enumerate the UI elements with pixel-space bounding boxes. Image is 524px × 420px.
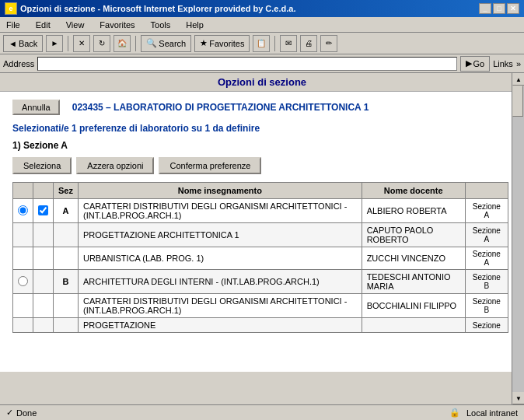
table-row: URBANISTICA (LAB. PROG. 1) ZUCCHI VINCEN…	[13, 247, 508, 270]
annulla-row: Annulla 023435 – LABORATORIO DI PROGETTA…	[12, 100, 508, 115]
address-label: Address	[3, 59, 34, 68]
minimize-button[interactable]: _	[479, 3, 491, 14]
sezione-badge-4: Sezione B	[465, 270, 508, 294]
insegnamento-cell-5: CARATTERI DISTRIBUTIVI DEGLI ORGANISMI A…	[78, 294, 362, 318]
statusbar-right: 🔒 Local intranet	[449, 408, 518, 418]
docente-cell-3: ZUCCHI VINCENZO	[362, 247, 465, 270]
go-button[interactable]: ▶ Go	[460, 56, 491, 72]
back-label: Back	[19, 39, 37, 48]
refresh-button[interactable]: ↻	[93, 35, 110, 52]
mail-button[interactable]: ✉	[280, 35, 297, 52]
lock-icon: 🔒	[449, 408, 460, 418]
radio-cell-5	[13, 294, 33, 318]
main-window: e Opzioni di sezione - Microsoft Interne…	[0, 0, 524, 420]
sez-cell-6	[54, 318, 79, 333]
page-header: Opzioni di sezione	[0, 73, 524, 92]
menubar: File Edit View Favorites Tools Help	[0, 17, 524, 33]
conferma-button[interactable]: Conferma preferenze	[159, 157, 261, 174]
zone-text: Local intranet	[466, 408, 518, 418]
table-row: PROGETTAZIONE Sezione	[13, 318, 508, 333]
back-button[interactable]: ◄ Back	[3, 35, 43, 52]
toolbar-separator2	[135, 36, 136, 51]
col-header-nome-docente: Nome docente	[362, 183, 465, 199]
table-row: PROGETTAZIONE ARCHITETTONICA 1 CAPUTO PA…	[13, 223, 508, 247]
insegnamento-cell-6: PROGETTAZIONE	[78, 318, 362, 333]
insegnamento-cell-4: ARCHITETTURA DEGLI INTERNI - (INT.LAB.PR…	[78, 270, 362, 294]
radio-cell-4	[13, 270, 33, 294]
sezione-badge-3: Sezione A	[465, 247, 508, 270]
docente-cell-6	[362, 318, 465, 333]
maximize-button[interactable]: □	[493, 3, 505, 14]
checkbox-cell-4	[33, 270, 54, 294]
close-button[interactable]: ✕	[507, 3, 519, 14]
sez-cell-3	[54, 247, 79, 270]
favorites-label: Favorites	[209, 39, 244, 48]
annulla-button[interactable]: Annulla	[12, 100, 60, 115]
toolbar-separator3	[274, 36, 275, 51]
content-area: Annulla 023435 – LABORATORIO DI PROGETTA…	[0, 92, 524, 372]
radio-cell-2	[13, 223, 33, 247]
seleziona-button[interactable]: Seleziona	[12, 157, 72, 174]
links-chevron-icon: »	[516, 59, 521, 68]
window-title: Opzioni di sezione - Microsoft Internet …	[20, 4, 296, 13]
checkbox-A[interactable]	[38, 205, 48, 215]
docente-cell-4: TEDESCHI ANTONIO MARIA	[362, 270, 465, 294]
search-button[interactable]: 🔍 Search	[141, 35, 191, 52]
history-button[interactable]: 📋	[253, 35, 270, 52]
menu-view[interactable]: View	[63, 19, 88, 30]
links-label: Links	[493, 59, 513, 68]
action-buttons: Seleziona Azzera opzioni Conferma prefer…	[12, 157, 508, 174]
docente-cell-5: BOCCHIALINI FILIPPO	[362, 294, 465, 318]
search-label: Search	[159, 39, 186, 48]
ie-icon: e	[5, 2, 17, 15]
scroll-thumb[interactable]	[512, 86, 523, 117]
favorites-icon: ★	[200, 38, 208, 48]
insegnamento-cell-3: URBANISTICA (LAB. PROG. 1)	[78, 247, 362, 270]
azzera-button[interactable]: Azzera opzioni	[76, 157, 154, 174]
page-header-title: Opzioni di sezione	[218, 76, 306, 88]
radio-cell-3	[13, 247, 33, 270]
course-name: LABORATORIO DI PROGETTAZIONE ARCHITETTON…	[114, 102, 369, 113]
checkbox-cell-1	[33, 199, 54, 223]
radio-B[interactable]	[18, 276, 28, 286]
menu-tools[interactable]: Tools	[148, 19, 174, 30]
favorites-button[interactable]: ★ Favorites	[194, 35, 250, 52]
home-button[interactable]: 🏠	[114, 35, 131, 52]
section-label: 1) Sezione A	[12, 140, 508, 151]
checkbox-cell-5	[33, 294, 54, 318]
sezione-badge-2: Sezione A	[465, 223, 508, 247]
menu-edit[interactable]: Edit	[33, 19, 54, 30]
radio-cell-6	[13, 318, 33, 333]
address-input[interactable]	[37, 57, 456, 71]
radio-cell-1	[13, 199, 33, 223]
print-button[interactable]: 🖨	[300, 35, 317, 52]
menu-favorites[interactable]: Favorites	[96, 19, 138, 30]
edit-button[interactable]: ✏	[320, 35, 337, 52]
scroll-up-button[interactable]: ▲	[512, 73, 524, 86]
stop-button[interactable]: ✕	[73, 35, 90, 52]
checkbox-cell-2	[33, 223, 54, 247]
sez-cell-4: B	[54, 270, 79, 294]
scroll-down-button[interactable]: ▼	[512, 392, 524, 404]
status-icon: ✓	[6, 408, 13, 418]
sez-cell-1: A	[54, 199, 79, 223]
menu-file[interactable]: File	[3, 19, 23, 30]
sezione-badge-5: Sezione B	[465, 294, 508, 318]
search-icon: 🔍	[146, 38, 157, 48]
sezione-badge-6: Sezione	[465, 318, 508, 333]
menu-help[interactable]: Help	[183, 19, 207, 30]
forward-button[interactable]: ►	[46, 35, 63, 52]
radio-A[interactable]	[18, 205, 28, 215]
toolbar: ◄ Back ► ✕ ↻ 🏠 🔍 Search ★ Favorites 📋 ✉ …	[0, 33, 524, 54]
back-arrow-icon: ◄	[9, 39, 17, 48]
col-header-nome-insegnamento: Nome insegnamento	[78, 183, 362, 199]
checkbox-cell-3	[33, 247, 54, 270]
sez-cell-2	[54, 223, 79, 247]
selection-info: Selezionati/e 1 preferenze di laboratori…	[12, 123, 508, 134]
status-text: Done	[16, 408, 37, 418]
scrollbar[interactable]: ▲ ▼	[512, 73, 524, 404]
table-row: B ARCHITETTURA DEGLI INTERNI - (INT.LAB.…	[13, 270, 508, 294]
checkbox-cell-6	[33, 318, 54, 333]
col-header-radio	[13, 183, 33, 199]
col-header-sezione	[465, 183, 508, 199]
